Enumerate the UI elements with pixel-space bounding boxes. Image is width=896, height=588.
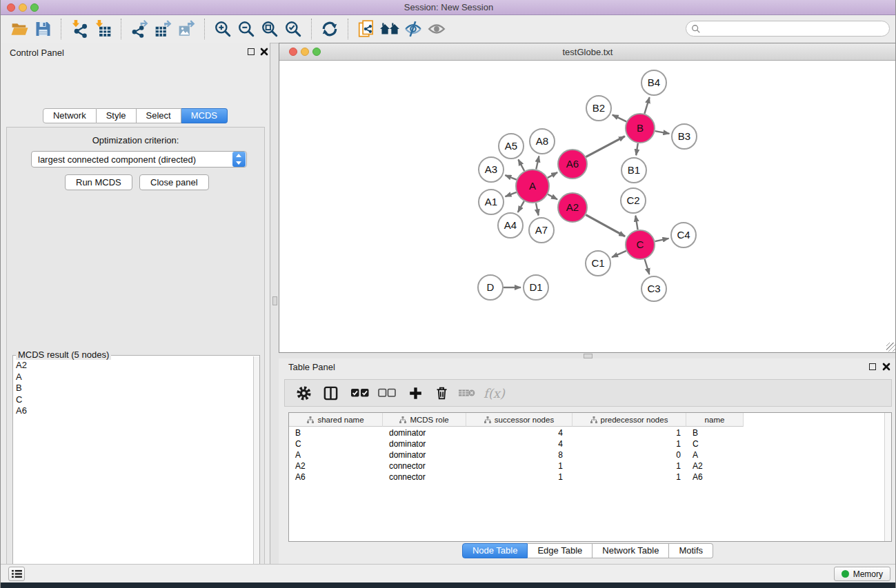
float-panel-icon[interactable]	[248, 48, 255, 55]
export-table-icon[interactable]	[151, 18, 175, 40]
graph-edge-B-B4[interactable]	[644, 97, 649, 114]
graph-node-C[interactable]: C	[626, 230, 655, 259]
graph-node-B[interactable]: B	[626, 114, 655, 143]
tab-node-table[interactable]: Node Table	[462, 543, 528, 558]
graph-node-B1[interactable]: B1	[621, 158, 646, 183]
import-table-icon[interactable]	[91, 18, 115, 40]
table-cell[interactable]: A6	[686, 472, 744, 483]
graph-edge-B-B1[interactable]	[636, 143, 638, 155]
table-cell[interactable]: 0	[573, 450, 686, 461]
graph-node-B3[interactable]: B3	[672, 124, 697, 149]
network-window-titlebar[interactable]: testGlobe.txt	[279, 43, 896, 61]
save-session-icon[interactable]	[31, 18, 54, 40]
split-panel-icon[interactable]	[323, 384, 339, 402]
graph-node-B4[interactable]: B4	[641, 70, 666, 95]
table-cell[interactable]: connector	[383, 461, 466, 472]
graph-node-A6[interactable]: A6	[558, 150, 587, 179]
close-panel-icon[interactable]	[260, 48, 268, 56]
graph-node-A4[interactable]: A4	[498, 213, 523, 238]
tab-motifs[interactable]: Motifs	[669, 543, 713, 558]
table-cell[interactable]: A2	[686, 461, 744, 472]
table-cell[interactable]: B	[289, 428, 383, 439]
graph-node-A2[interactable]: A2	[558, 193, 587, 222]
graph-node-A[interactable]: A	[516, 170, 549, 203]
table-cell[interactable]: dominator	[383, 428, 466, 439]
graph-node-A8[interactable]: A8	[530, 129, 555, 154]
select-all-checkboxes-icon[interactable]	[351, 384, 369, 402]
graph-edge-A-A2[interactable]	[548, 194, 557, 199]
graph-edge-C-C2[interactable]	[635, 216, 637, 230]
network-graph[interactable]: B4B2BB3A5A8A6A3B1AA1C2A2A4A7C4CC1DD1C3	[279, 61, 896, 352]
network-canvas[interactable]: B4B2BB3A5A8A6A3B1AA1C2A2A4A7C4CC1DD1C3	[279, 61, 896, 352]
column-header-predecessor-nodes[interactable]: predecessor nodes	[573, 413, 686, 427]
table-cell[interactable]: A	[289, 450, 383, 461]
table-cell[interactable]: 1	[573, 472, 686, 483]
add-column-icon[interactable]	[408, 384, 423, 402]
graph-node-A1[interactable]: A1	[479, 190, 504, 214]
memory-button[interactable]: Memory	[834, 567, 890, 581]
table-cell[interactable]: 4	[466, 428, 573, 439]
graph-node-A7[interactable]: A7	[529, 218, 554, 243]
hide-selected-eye-icon[interactable]	[401, 18, 425, 40]
export-image-icon[interactable]	[175, 18, 198, 40]
table-cell[interactable]: 8	[466, 450, 573, 461]
table-cell[interactable]: dominator	[383, 439, 466, 450]
show-all-eye-icon[interactable]	[425, 18, 448, 40]
tab-network-table[interactable]: Network Table	[593, 543, 669, 558]
refresh-layout-icon[interactable]	[318, 18, 341, 40]
import-network-icon[interactable]	[68, 18, 91, 40]
zoom-out-icon[interactable]	[235, 18, 258, 40]
graph-edge-A-A3[interactable]	[505, 175, 516, 180]
search-input[interactable]	[701, 22, 889, 35]
table-row-A6[interactable]: A6connector11A6	[289, 472, 884, 483]
graph-node-C4[interactable]: C4	[671, 223, 696, 247]
tab-network[interactable]: Network	[43, 108, 97, 123]
graph-edge-A-A8[interactable]	[536, 156, 539, 170]
delete-column-trash-icon[interactable]	[435, 384, 449, 402]
run-mcds-button[interactable]: Run MCDS	[65, 174, 132, 190]
result-list-item[interactable]: B	[16, 383, 253, 394]
table-cell[interactable]: C	[686, 439, 744, 450]
graph-edge-A6-B[interactable]	[586, 136, 625, 157]
result-list-scrollbar[interactable]	[253, 356, 259, 585]
float-table-panel-icon[interactable]	[869, 363, 876, 370]
export-network-icon[interactable]	[128, 18, 151, 40]
table-row-A2[interactable]: A2connector11A2	[289, 461, 884, 472]
table-row-A[interactable]: Adominator80A	[289, 450, 884, 461]
home-icon[interactable]	[378, 18, 401, 40]
close-table-panel-icon[interactable]	[882, 363, 890, 371]
graph-edge-C-C3[interactable]	[645, 259, 650, 274]
graph-edge-A-A6[interactable]	[548, 172, 557, 178]
graph-node-C2[interactable]: C2	[621, 188, 646, 213]
column-settings-gear-icon[interactable]	[296, 384, 312, 402]
table-row-C[interactable]: Cdominator41C	[289, 439, 884, 450]
table-cell[interactable]: connector	[383, 472, 466, 483]
table-cell[interactable]: 1	[466, 472, 573, 483]
window-resize-grip[interactable]	[886, 343, 895, 352]
result-list-item[interactable]: A	[16, 372, 253, 383]
table-cell[interactable]: A6	[289, 472, 383, 483]
task-history-button[interactable]	[8, 567, 25, 581]
zoom-fit-icon[interactable]	[258, 18, 281, 40]
table-cell[interactable]: 1	[573, 428, 686, 439]
column-header-name[interactable]: name	[686, 413, 744, 427]
tab-edge-table[interactable]: Edge Table	[528, 543, 593, 558]
function-builder-icon[interactable]: f(x)	[484, 384, 505, 402]
tab-select[interactable]: Select	[137, 108, 181, 123]
graph-node-D1[interactable]: D1	[524, 275, 548, 300]
table-cell[interactable]: C	[289, 439, 383, 450]
table-cell[interactable]: B	[686, 428, 744, 439]
graph-edge-A-A7[interactable]	[536, 203, 539, 216]
tab-mcds[interactable]: MCDS	[181, 108, 228, 123]
graph-edge-B-B3[interactable]	[655, 131, 670, 134]
table-cell[interactable]: 1	[466, 461, 573, 472]
column-header-MCDS-role[interactable]: MCDS role	[383, 413, 466, 427]
result-list-item[interactable]: C	[16, 394, 253, 406]
table-cell[interactable]: 1	[573, 461, 686, 472]
horizontal-splitter-grip[interactable]	[584, 354, 593, 358]
delete-table-icon[interactable]	[459, 384, 475, 402]
graph-edge-A2-C[interactable]	[586, 215, 625, 236]
graph-edge-A-A4[interactable]	[518, 201, 524, 212]
vertical-splitter-grip[interactable]	[272, 296, 277, 305]
optimization-criterion-select[interactable]: largest connected component (directed)	[31, 151, 247, 168]
